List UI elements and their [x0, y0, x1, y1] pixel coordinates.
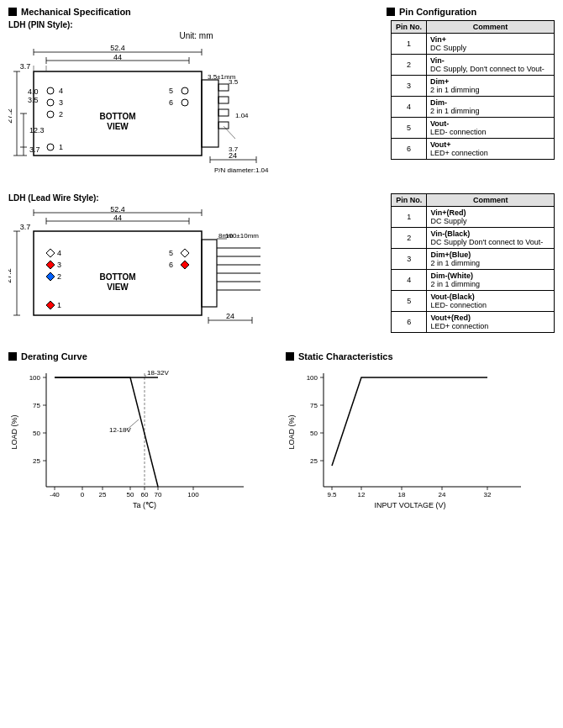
static-chart: LOAD (%) 100 75 50 25 9.5 12 18 24	[286, 365, 538, 512]
mechanical-title: Mechanical Specification	[21, 7, 131, 17]
svg-text:3.7: 3.7	[229, 145, 239, 153]
svg-text:44: 44	[113, 53, 122, 61]
svg-text:6: 6	[169, 261, 173, 269]
pin-table-pin: Pin No. Comment 1Vin+DC Supply2Vin-DC Su…	[391, 20, 555, 160]
table-row: 5Vout-LED- connection	[392, 118, 555, 139]
svg-text:70: 70	[155, 491, 162, 499]
static-title: Static Characteristics	[298, 351, 393, 361]
svg-text:100: 100	[29, 374, 41, 382]
pin-table-lead: Pin No. Comment 1Vin+(Red)DC Supply2Vin-…	[391, 193, 555, 333]
svg-point-27	[47, 99, 54, 106]
pin-config-title: Pin Configuration	[399, 7, 476, 17]
svg-text:18: 18	[398, 491, 406, 499]
svg-text:75: 75	[310, 402, 318, 409]
svg-text:9.5: 9.5	[327, 491, 337, 499]
svg-text:5: 5	[169, 87, 173, 95]
svg-text:3.7: 3.7	[29, 145, 40, 154]
svg-marker-76	[181, 249, 189, 257]
svg-text:VIEW: VIEW	[107, 122, 129, 131]
svg-marker-70	[46, 261, 55, 269]
svg-text:LOAD (%): LOAD (%)	[10, 414, 18, 449]
svg-text:50: 50	[33, 430, 40, 437]
svg-line-51	[224, 126, 235, 139]
svg-text:18-32V: 18-32V	[147, 369, 169, 377]
svg-marker-68	[46, 249, 55, 257]
svg-point-35	[182, 99, 188, 106]
svg-rect-42	[218, 109, 229, 116]
pin-icon	[387, 8, 395, 16]
static-section: Static Characteristics LOAD (%) 100 75 5…	[286, 351, 555, 514]
svg-text:3: 3	[59, 98, 63, 107]
svg-text:5: 5	[169, 249, 173, 257]
svg-marker-72	[46, 272, 55, 281]
svg-text:100: 100	[307, 374, 318, 382]
pin-no-header-lead: Pin No.	[392, 194, 427, 207]
table-row: 2Vin-DC Supply, Don't connect to Vout-	[392, 55, 555, 76]
pin-config-header: Pin Configuration	[387, 7, 555, 17]
svg-text:32: 32	[484, 491, 492, 499]
table-row: 4Dim-2 in 1 dimming	[392, 97, 555, 118]
svg-rect-41	[218, 97, 229, 103]
table-row: 1Vin+(Red)DC Supply	[392, 207, 555, 228]
svg-point-33	[182, 87, 188, 94]
svg-text:75: 75	[33, 402, 40, 409]
svg-text:25: 25	[310, 457, 318, 465]
table-row: 3Dim+2 in 1 dimming	[392, 76, 555, 97]
svg-text:24: 24	[439, 491, 446, 499]
ldh-lead-title: LDH (Lead Wire Style):	[8, 193, 384, 203]
svg-text:P/N diameter:1.04: P/N diameter:1.04	[214, 166, 269, 174]
svg-text:BOTTOM: BOTTOM	[99, 112, 135, 121]
mechanical-header: Mechanical Specification	[8, 7, 378, 17]
table-row: 6Vout+LED+ connection	[392, 139, 555, 160]
svg-text:100: 100	[187, 491, 199, 499]
svg-marker-78	[181, 261, 189, 269]
svg-line-124	[126, 419, 139, 430]
derating-icon	[8, 352, 17, 361]
ldh-pin-title: LDH (PIN Style):	[8, 20, 384, 29]
svg-text:-40: -40	[50, 491, 60, 499]
svg-marker-74	[46, 301, 55, 309]
svg-text:60: 60	[141, 491, 149, 499]
svg-text:3.7: 3.7	[20, 223, 31, 231]
svg-rect-43	[218, 122, 229, 129]
svg-rect-40	[218, 84, 229, 91]
mech-icon	[8, 8, 17, 16]
svg-rect-39	[202, 80, 218, 147]
table-row: 1Vin+DC Supply	[392, 34, 555, 55]
svg-text:1: 1	[57, 301, 61, 309]
svg-text:INPUT VOLTAGE (V): INPUT VOLTAGE (V)	[374, 501, 445, 509]
svg-text:50: 50	[127, 491, 134, 499]
pin-comment-header-lead: Comment	[427, 194, 555, 207]
pin-table-pin-wrapper: Pin No. Comment 1Vin+DC Supply2Vin-DC Su…	[391, 20, 555, 160]
svg-text:27.2: 27.2	[8, 108, 13, 124]
table-row: 2Vin-(Black)DC Supply Don't connect to V…	[392, 228, 555, 249]
table-row: 6Vout+(Red)LED+ connection	[392, 312, 555, 333]
svg-text:Ta (℃): Ta (℃)	[133, 501, 156, 509]
svg-text:50: 50	[310, 430, 318, 437]
svg-text:2: 2	[57, 272, 61, 281]
svg-text:3.5: 3.5	[28, 96, 39, 104]
svg-text:24: 24	[226, 312, 234, 320]
derating-header: Derating Curve	[8, 351, 277, 361]
svg-text:52.4: 52.4	[110, 205, 125, 214]
table-row: 3Dim+(Blue)2 in 1 dimming	[392, 249, 555, 270]
svg-text:27.2: 27.2	[8, 268, 13, 283]
svg-text:VIEW: VIEW	[107, 282, 129, 292]
derating-chart: LOAD (%) 100 75 50 25 -40 0 25	[8, 365, 260, 512]
pin-comment-header: Comment	[427, 21, 555, 34]
svg-point-25	[47, 87, 54, 94]
svg-text:4: 4	[57, 249, 61, 257]
svg-text:BOTTOM: BOTTOM	[99, 272, 135, 282]
table-row: 5Vout-(Black)LED- connection	[392, 291, 555, 312]
svg-text:2: 2	[59, 110, 63, 119]
svg-text:1.04: 1.04	[235, 112, 249, 119]
svg-text:100±10mm: 100±10mm	[225, 232, 259, 240]
static-icon	[286, 352, 294, 361]
svg-text:LOAD (%): LOAD (%)	[287, 414, 296, 449]
unit-note: Unit: mm	[8, 31, 384, 40]
svg-text:25: 25	[33, 457, 40, 465]
ldh-lead-drawing: 52.4 44 3.7 27.2 4	[8, 204, 269, 343]
svg-text:52.4: 52.4	[110, 44, 125, 52]
svg-text:1: 1	[59, 143, 63, 151]
static-header: Static Characteristics	[286, 351, 555, 361]
